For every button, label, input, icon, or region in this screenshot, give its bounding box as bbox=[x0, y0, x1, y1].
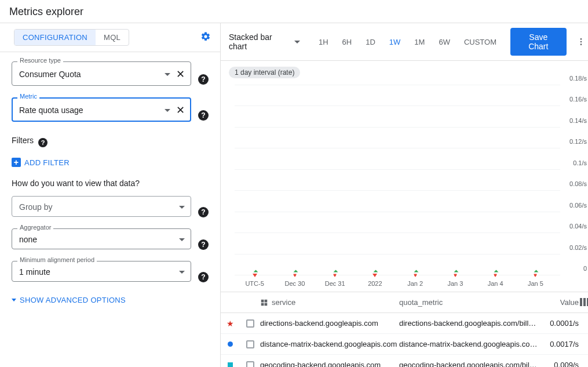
svg-point-0 bbox=[580, 38, 582, 40]
time-range-6w[interactable]: 6W bbox=[432, 34, 457, 50]
legend-checkbox[interactable] bbox=[246, 361, 254, 368]
help-filters[interactable]: ? bbox=[38, 138, 48, 147]
help-group-by[interactable]: ? bbox=[198, 207, 209, 217]
settings-button[interactable] bbox=[200, 31, 211, 43]
y-tick: 0.06/s bbox=[569, 202, 587, 209]
x-tick: Jan 3 bbox=[447, 280, 463, 287]
breakdown-icon bbox=[260, 299, 268, 307]
resource-type-label: Resource type bbox=[17, 57, 63, 64]
x-tick: Dec 31 bbox=[325, 280, 345, 287]
metric-label: Metric bbox=[17, 93, 39, 100]
svg-rect-5 bbox=[261, 303, 264, 306]
legend-value: 0.009/s bbox=[538, 361, 579, 367]
clear-metric[interactable]: ✕ bbox=[176, 104, 185, 117]
aggregator-value: none bbox=[19, 235, 37, 244]
y-tick: 0.02/s bbox=[569, 244, 587, 251]
interval-chip: 1 day interval (rate) bbox=[229, 67, 300, 78]
y-tick: 0.16/s bbox=[569, 96, 587, 103]
legend-checkbox[interactable] bbox=[246, 319, 254, 328]
group-by-value: Group by bbox=[19, 202, 53, 212]
legend-service: directions-backend.googleapis.com bbox=[260, 319, 399, 328]
time-range-6h[interactable]: 6H bbox=[335, 34, 359, 50]
x-tick: UTC-5 bbox=[245, 280, 264, 287]
svg-rect-6 bbox=[265, 303, 268, 306]
svg-rect-4 bbox=[265, 299, 268, 302]
help-aggregator[interactable]: ? bbox=[198, 239, 209, 250]
more-menu[interactable] bbox=[575, 35, 588, 49]
chevron-down-icon bbox=[179, 271, 185, 274]
time-range-1d[interactable]: 1D bbox=[359, 34, 382, 50]
help-metric[interactable]: ? bbox=[198, 110, 209, 121]
x-tick: Dec 30 bbox=[284, 280, 305, 287]
legend-value: 0.0017/s bbox=[538, 340, 579, 348]
legend-symbol: ★ bbox=[227, 320, 233, 327]
time-range-1w[interactable]: 1W bbox=[382, 34, 408, 50]
help-min-alignment[interactable]: ? bbox=[198, 272, 209, 282]
time-range-1m[interactable]: 1M bbox=[407, 34, 432, 50]
gear-icon bbox=[200, 31, 211, 42]
metric-value: Rate quota usage bbox=[19, 106, 83, 115]
chevron-down-icon bbox=[165, 73, 170, 76]
metric-select[interactable]: Metric Rate quota usage ✕ bbox=[12, 97, 191, 122]
add-filter-button[interactable]: + ADD FILTER bbox=[12, 158, 209, 167]
y-tick: 0.1/s bbox=[573, 159, 587, 166]
chevron-down-icon bbox=[165, 109, 170, 112]
chevron-down-icon bbox=[294, 41, 300, 43]
y-tick: 0.14/s bbox=[569, 117, 587, 124]
y-tick: 0 bbox=[583, 265, 587, 272]
legend-row[interactable]: geocoding-backend.googleapis.comgeocodin… bbox=[221, 355, 588, 367]
min-alignment-select[interactable]: Minimum alignment period 1 minute bbox=[12, 261, 191, 282]
legend-symbol bbox=[227, 341, 233, 348]
plus-icon: + bbox=[12, 158, 21, 167]
aggregator-select[interactable]: Aggregator none bbox=[12, 228, 191, 249]
resource-type-select[interactable]: Resource type Consumer Quota ✕ bbox=[12, 61, 191, 86]
x-tick: Jan 4 bbox=[488, 280, 503, 287]
column-settings[interactable] bbox=[580, 298, 588, 308]
svg-rect-7 bbox=[580, 298, 582, 306]
config-tabs: CONFIGURATION MQL bbox=[14, 29, 129, 46]
view-question: How do you want to view that data? bbox=[12, 179, 209, 188]
legend-checkbox[interactable] bbox=[246, 340, 254, 348]
chart-plot[interactable] bbox=[235, 85, 560, 275]
col-value[interactable]: Value bbox=[538, 298, 579, 307]
chevron-down-icon bbox=[12, 299, 16, 301]
time-range-custom[interactable]: CUSTOM bbox=[457, 34, 503, 50]
x-tick: Jan 5 bbox=[528, 280, 543, 287]
y-tick: 0.04/s bbox=[569, 223, 587, 230]
time-range-1h[interactable]: 1H bbox=[312, 34, 335, 50]
x-axis: UTC-5Dec 30Dec 312022Jan 2Jan 3Jan 4Jan … bbox=[235, 278, 560, 290]
legend-row[interactable]: distance-matrix-backend.googleapis.comdi… bbox=[221, 334, 588, 355]
y-axis: 00.02/s0.04/s0.06/s0.08/s0.1/s0.12/s0.14… bbox=[563, 85, 588, 275]
svg-rect-8 bbox=[583, 298, 586, 306]
aggregator-label: Aggregator bbox=[17, 224, 53, 231]
col-service[interactable]: service bbox=[272, 298, 295, 307]
save-chart-button[interactable]: Save Chart bbox=[510, 28, 567, 56]
svg-point-2 bbox=[580, 43, 582, 45]
config-sidebar: CONFIGURATION MQL Resource type Consumer… bbox=[0, 23, 221, 367]
legend-quota-metric: geocoding-backend.googleapis.com/billab bbox=[399, 361, 538, 367]
tab-mql[interactable]: MQL bbox=[96, 30, 129, 45]
min-alignment-value: 1 minute bbox=[19, 267, 50, 277]
svg-point-1 bbox=[580, 41, 582, 43]
page-title: Metrics explorer bbox=[0, 0, 588, 23]
legend-table: service quota_metric Value ★directions-b… bbox=[221, 292, 588, 367]
tab-configuration[interactable]: CONFIGURATION bbox=[14, 30, 96, 45]
help-resource-type[interactable]: ? bbox=[198, 74, 209, 85]
col-quota-metric[interactable]: quota_metric bbox=[399, 298, 538, 307]
show-advanced-options[interactable]: SHOW ADVANCED OPTIONS bbox=[12, 296, 209, 304]
more-vert-icon bbox=[576, 37, 586, 46]
columns-icon bbox=[580, 298, 588, 306]
y-tick: 0.12/s bbox=[569, 138, 587, 145]
filters-label: Filters bbox=[12, 136, 34, 145]
legend-quota-metric: directions-backend.googleapis.com/billab… bbox=[399, 319, 538, 328]
resource-type-value: Consumer Quota bbox=[19, 70, 81, 79]
chart-type-select[interactable]: Stacked bar chart bbox=[229, 32, 300, 51]
x-tick: Jan 2 bbox=[407, 280, 423, 287]
time-range-options: 1H6H1D1W1M6WCUSTOM bbox=[312, 34, 503, 50]
clear-resource-type[interactable]: ✕ bbox=[176, 68, 185, 81]
svg-rect-3 bbox=[261, 299, 264, 302]
group-by-select[interactable]: Group by bbox=[12, 196, 191, 217]
legend-row[interactable]: ★directions-backend.googleapis.comdirect… bbox=[221, 313, 588, 334]
legend-service: geocoding-backend.googleapis.com bbox=[260, 361, 399, 367]
chevron-down-icon bbox=[179, 206, 185, 209]
